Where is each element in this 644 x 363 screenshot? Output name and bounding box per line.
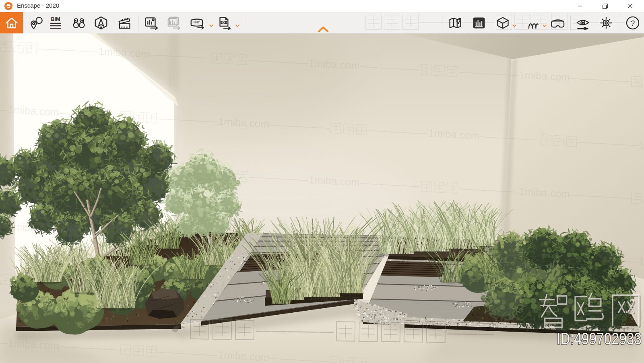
binoculars-button[interactable] — [71, 15, 87, 31]
home-button[interactable] — [0, 12, 23, 33]
bim-button[interactable]: BIM — [47, 15, 64, 31]
dropdown-chevron-icon[interactable] — [235, 22, 240, 25]
svg-text:EXE: EXE — [221, 21, 227, 25]
collapse-toolbar-chevron-icon[interactable] — [317, 26, 329, 35]
vr-headset-button[interactable] — [550, 15, 566, 31]
window-title: Enscape - 2020 — [17, 2, 59, 9]
help-button[interactable]: ? — [625, 15, 641, 31]
export-exe-button[interactable]: EXE — [216, 15, 232, 31]
toolbar-separator — [442, 15, 442, 31]
mini-map-button[interactable] — [447, 15, 463, 31]
toolbar-separator — [247, 15, 247, 31]
svg-text:BIM: BIM — [51, 16, 60, 22]
export-batch-button — [166, 15, 182, 31]
video-editor-button[interactable] — [116, 15, 132, 31]
toolbar-separator — [621, 15, 621, 31]
export-image-button[interactable] — [143, 15, 159, 31]
poi-search-button[interactable] — [28, 15, 44, 31]
close-button[interactable] — [621, 0, 639, 12]
walk-mode-button[interactable] — [525, 15, 541, 31]
title-bar: Enscape - 2020 — [0, 0, 644, 12]
export-panorama-button[interactable]: 360° — [189, 15, 205, 31]
dropdown-chevron-icon[interactable] — [542, 22, 547, 25]
minimize-button[interactable] — [572, 0, 589, 12]
settings-button[interactable] — [598, 15, 614, 31]
toolbar-separator — [570, 15, 571, 31]
visual-settings-button[interactable] — [575, 15, 591, 31]
viewport-3d-render[interactable] — [0, 33, 644, 363]
svg-text:?: ? — [631, 19, 635, 27]
asset-library-button[interactable] — [471, 15, 487, 31]
maximize-button[interactable] — [596, 0, 614, 12]
enscape-logo-icon — [4, 2, 13, 10]
dropdown-chevron-icon[interactable] — [512, 22, 517, 25]
toolbar-separator — [138, 15, 138, 31]
svg-text:360°: 360° — [193, 20, 200, 24]
dropdown-chevron-icon[interactable] — [209, 22, 214, 25]
model-library-button[interactable] — [495, 15, 511, 31]
fly-mode-button[interactable] — [93, 15, 109, 31]
